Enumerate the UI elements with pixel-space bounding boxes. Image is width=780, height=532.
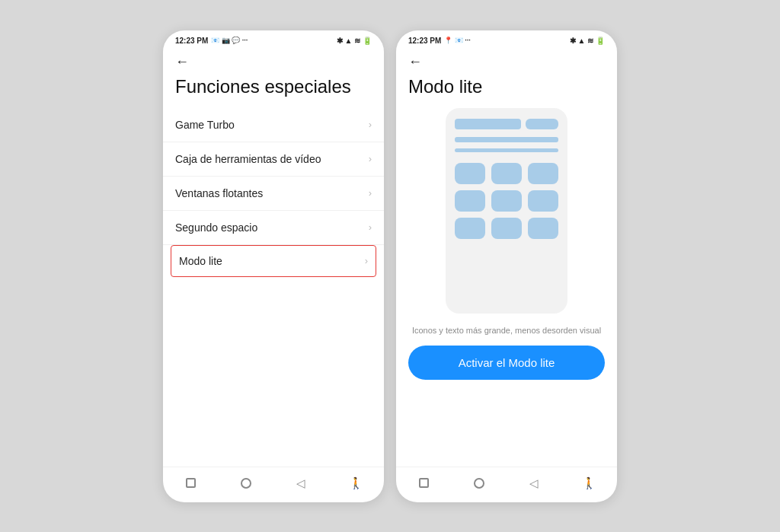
preview-icon-4 bbox=[455, 190, 485, 212]
chevron-icon: › bbox=[365, 255, 368, 266]
status-icons-right-left: ✱ ▲ ≋ 🔋 bbox=[337, 37, 372, 45]
nav-home-left[interactable] bbox=[238, 475, 254, 492]
preview-icon-grid bbox=[455, 163, 558, 239]
status-icons-left-right: 📍 📧 ··· bbox=[444, 37, 471, 44]
preview-icon-5 bbox=[491, 190, 522, 212]
nav-square-right[interactable] bbox=[415, 475, 432, 492]
status-icons-right-right: ✱ ▲ ≋ 🔋 bbox=[570, 37, 605, 45]
status-icons-left: 📧 📷 💬 ··· bbox=[211, 37, 248, 44]
preview-caption: Iconos y texto más grande, menos desorde… bbox=[412, 326, 601, 335]
menu-item-segundo-espacio[interactable]: Segundo espacio › bbox=[163, 211, 384, 245]
right-phone: 12:23 PM 📍 📧 ··· ✱ ▲ ≋ 🔋 ← Modo lite bbox=[396, 30, 617, 502]
chevron-icon: › bbox=[369, 119, 372, 130]
right-status-time: 12:23 PM 📍 📧 ··· bbox=[408, 37, 471, 45]
nav-home-right[interactable] bbox=[471, 475, 488, 492]
preview-icon-6 bbox=[528, 190, 558, 212]
preview-icon-8 bbox=[491, 218, 522, 239]
back-button-left[interactable]: ← bbox=[163, 48, 384, 73]
back-button-right[interactable]: ← bbox=[396, 48, 617, 73]
page-title-right: Modo lite bbox=[396, 73, 617, 108]
preview-icon-3 bbox=[528, 163, 558, 184]
time-left: 12:23 PM bbox=[175, 37, 208, 45]
modo-lite-content: Iconos y texto más grande, menos desorde… bbox=[396, 108, 617, 467]
nav-person-left[interactable]: 🚶 bbox=[348, 475, 365, 492]
preview-divider-2 bbox=[455, 148, 558, 152]
preview-icon-9 bbox=[528, 218, 558, 239]
menu-list: Game Turbo › Caja de herramientas de víd… bbox=[163, 108, 384, 467]
left-status-time: 12:23 PM 📧 📷 💬 ··· bbox=[175, 37, 248, 45]
menu-item-ventanas-flotantes[interactable]: Ventanas flotantes › bbox=[163, 177, 384, 211]
chevron-icon: › bbox=[369, 221, 372, 233]
preview-divider-1 bbox=[455, 137, 558, 142]
right-status-bar: 12:23 PM 📍 📧 ··· ✱ ▲ ≋ 🔋 bbox=[396, 30, 617, 48]
chevron-icon: › bbox=[369, 187, 372, 199]
preview-topbar bbox=[455, 119, 558, 129]
preview-icon-2 bbox=[491, 163, 522, 184]
nav-back-left[interactable]: ◁ bbox=[292, 475, 309, 492]
preview-icon-1 bbox=[455, 163, 485, 184]
preview-icon-7 bbox=[455, 218, 485, 239]
chevron-icon: › bbox=[369, 153, 372, 164]
nav-person-right[interactable]: 🚶 bbox=[581, 475, 598, 492]
menu-item-game-turbo[interactable]: Game Turbo › bbox=[163, 108, 384, 142]
left-status-bar: 12:23 PM 📧 📷 💬 ··· ✱ ▲ ≋ 🔋 bbox=[163, 30, 384, 48]
bottom-nav-left: ◁ 🚶 bbox=[163, 467, 384, 502]
menu-item-modo-lite[interactable]: Modo lite › bbox=[171, 245, 376, 277]
nav-square-left[interactable] bbox=[182, 475, 199, 492]
menu-item-caja-herramientas[interactable]: Caja de herramientas de vídeo › bbox=[163, 142, 384, 177]
time-right: 12:23 PM bbox=[408, 37, 441, 45]
preview-bar-cloud bbox=[526, 119, 558, 129]
activate-modo-lite-button[interactable]: Activar el Modo lite bbox=[408, 346, 605, 380]
phone-preview-illustration bbox=[446, 108, 567, 314]
bottom-nav-right: ◁ 🚶 bbox=[396, 467, 617, 502]
preview-bar-wide bbox=[455, 119, 521, 129]
left-phone: 12:23 PM 📧 📷 💬 ··· ✱ ▲ ≋ 🔋 ← Funciones e… bbox=[163, 30, 384, 502]
nav-back-right[interactable]: ◁ bbox=[526, 475, 542, 492]
page-title-left: Funciones especiales bbox=[163, 73, 384, 108]
